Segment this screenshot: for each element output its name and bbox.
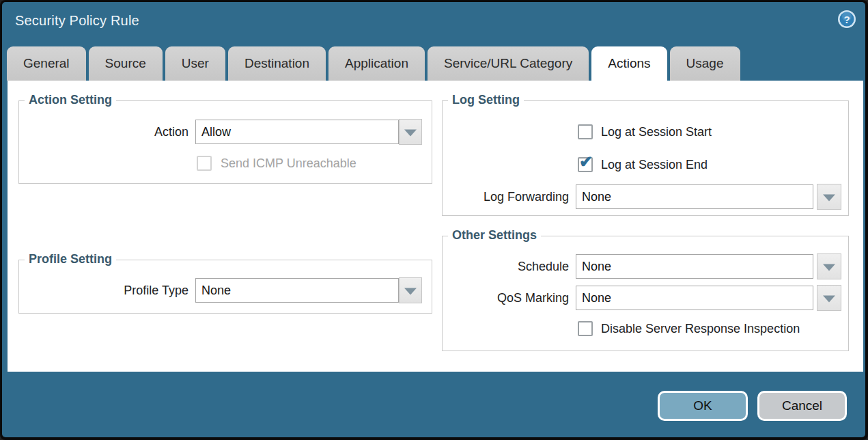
tab-label: User	[182, 56, 209, 71]
log-at-session-end-label[interactable]: Log at Session End	[601, 156, 708, 173]
log-at-session-start-label[interactable]: Log at Session Start	[601, 124, 712, 140]
disable-server-response-inspection-checkbox[interactable]: ✔	[578, 321, 593, 336]
profile-type-label: Profile Type	[19, 278, 188, 303]
tab-label: Destination	[244, 56, 309, 71]
help-icon: ?	[837, 10, 856, 29]
schedule-label: Schedule	[443, 254, 569, 279]
action-dropdown[interactable]: Allow	[195, 120, 399, 144]
security-policy-rule-dialog: Security Policy Rule ? General Source Us…	[0, 0, 868, 440]
log-at-session-end-checkbox[interactable]: ✔	[578, 157, 593, 172]
send-icmp-unreachable-checkbox: ✔	[197, 156, 212, 171]
tab-general[interactable]: General	[7, 46, 86, 81]
qos-marking-label: QoS Marking	[443, 286, 569, 310]
tab-label: General	[23, 56, 70, 71]
disable-server-response-inspection-label[interactable]: Disable Server Response Inspection	[601, 320, 800, 337]
ok-button[interactable]: OK	[658, 391, 748, 421]
action-label: Action	[19, 120, 188, 144]
tab-label: Actions	[608, 56, 650, 71]
group-legend: Other Settings	[448, 228, 541, 243]
schedule-dropdown-button[interactable]	[817, 253, 841, 279]
tab-service-url-category[interactable]: Service/URL Category	[428, 46, 589, 81]
tab-label: Source	[105, 56, 146, 71]
chevron-down-icon	[823, 264, 835, 271]
profile-type-dropdown[interactable]: None	[195, 278, 399, 303]
group-legend: Action Setting	[25, 93, 116, 107]
tab-bar: General Source User Destination Applicat…	[7, 46, 740, 81]
checkmark-icon: ✔	[579, 154, 593, 170]
tab-actions[interactable]: Actions	[591, 46, 667, 81]
dialog-title: Security Policy Rule	[15, 13, 139, 29]
group-legend: Profile Setting	[25, 252, 116, 266]
other-settings-group: Other Settings Schedule None QoS Marking…	[442, 236, 849, 351]
tab-user[interactable]: User	[165, 46, 225, 81]
help-button[interactable]: ?	[837, 10, 856, 29]
tab-source[interactable]: Source	[89, 46, 163, 81]
profile-setting-group: Profile Setting Profile Type None	[18, 260, 432, 314]
cancel-button[interactable]: Cancel	[757, 391, 847, 421]
action-setting-group: Action Setting Action Allow ✔ Send ICMP …	[18, 100, 432, 184]
log-setting-group: Log Setting ✔ Log at Session Start ✔ Log…	[442, 100, 849, 216]
log-forwarding-dropdown[interactable]: None	[576, 184, 813, 209]
profile-type-dropdown-button[interactable]	[399, 277, 422, 303]
tab-label: Usage	[686, 56, 724, 71]
group-legend: Log Setting	[448, 93, 524, 107]
log-at-session-start-checkbox[interactable]: ✔	[578, 124, 593, 139]
tab-application[interactable]: Application	[328, 46, 425, 81]
log-forwarding-label: Log Forwarding	[443, 184, 569, 209]
send-icmp-unreachable-label: Send ICMP Unreachable	[221, 155, 356, 171]
tab-usage[interactable]: Usage	[670, 46, 740, 81]
chevron-down-icon	[404, 130, 417, 137]
chevron-down-icon	[823, 195, 835, 202]
chevron-down-icon	[404, 288, 417, 295]
tab-label: Service/URL Category	[444, 56, 572, 71]
tab-content-actions: Action Setting Action Allow ✔ Send ICMP …	[8, 81, 863, 372]
qos-marking-dropdown-button[interactable]	[817, 285, 841, 311]
tab-label: Application	[345, 56, 408, 71]
svg-text:?: ?	[843, 14, 850, 25]
action-dropdown-button[interactable]	[399, 119, 422, 145]
log-forwarding-dropdown-button[interactable]	[817, 184, 841, 210]
chevron-down-icon	[823, 296, 835, 303]
tab-destination[interactable]: Destination	[228, 46, 326, 81]
schedule-dropdown[interactable]: None	[576, 254, 813, 279]
qos-marking-dropdown[interactable]: None	[576, 286, 813, 310]
